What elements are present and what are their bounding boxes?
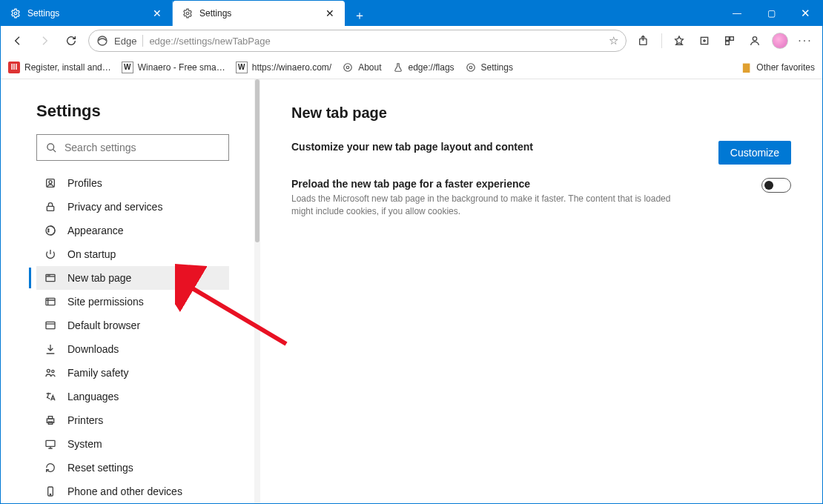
page-title: Settings: [36, 102, 242, 121]
close-icon[interactable]: ✕: [324, 7, 336, 19]
collections-icon[interactable]: [692, 29, 717, 53]
sidebar-item-label: Profiles: [67, 177, 102, 189]
toolbar-actions: ···: [631, 29, 818, 53]
svg-point-8: [753, 37, 756, 41]
other-favorites-label: Other favorites: [756, 62, 815, 73]
sidebar-scrollbar[interactable]: [254, 79, 260, 504]
preload-row: Preload the new tab page for a faster ex…: [291, 178, 791, 219]
extensions-icon[interactable]: [717, 29, 742, 53]
appearance-icon: [44, 224, 57, 237]
svg-rect-30: [46, 440, 55, 446]
sidebar-item-label: Printers: [67, 414, 103, 426]
svg-point-26: [52, 370, 54, 372]
sidebar-item-label: Appearance: [67, 225, 124, 236]
bookmark-label: edge://flags: [409, 62, 455, 73]
svg-point-13: [47, 143, 54, 150]
back-button[interactable]: [5, 29, 30, 53]
sidebar-item-printers[interactable]: Printers: [36, 408, 229, 432]
favorite-star-icon[interactable]: ☆: [609, 34, 618, 47]
phone-icon: [44, 485, 57, 498]
lock-icon: [44, 200, 57, 213]
profile-avatar[interactable]: [767, 29, 793, 53]
user-icon[interactable]: [742, 29, 767, 53]
svg-point-19: [48, 231, 49, 232]
edge-logo-icon: [96, 35, 108, 47]
other-favorites[interactable]: ▇Other favorites: [740, 62, 815, 73]
favorites-icon[interactable]: [667, 29, 692, 53]
address-bar[interactable]: Edge ☆: [88, 30, 627, 52]
gear-icon: [465, 62, 477, 73]
sidebar-item-system[interactable]: System: [36, 432, 229, 456]
browser-toolbar: Edge ☆ ···: [1, 26, 822, 56]
svg-point-9: [346, 66, 349, 69]
settings-content: Settings Profiles Privacy and services A…: [1, 79, 822, 504]
bookmark-label: https://winaero.com/: [252, 62, 331, 73]
svg-rect-16: [47, 206, 53, 210]
new-tab-button[interactable]: ＋: [349, 5, 370, 26]
bookmark-item[interactable]: Whttps://winaero.com/: [236, 62, 331, 73]
close-window-button[interactable]: ✕: [788, 1, 822, 26]
family-icon: [44, 366, 57, 379]
tab-settings-active[interactable]: Settings ✕: [173, 1, 345, 26]
search-input[interactable]: [65, 142, 219, 153]
download-icon: [44, 342, 57, 356]
bookmark-item[interactable]: About: [342, 62, 381, 73]
bookmark-item[interactable]: IIIRegister, install and…: [8, 62, 111, 73]
search-settings[interactable]: [36, 134, 229, 161]
printer-icon: [44, 414, 57, 427]
folder-icon: ▇: [740, 62, 752, 73]
bookmark-icon: III: [8, 62, 20, 73]
search-icon: [46, 142, 57, 153]
sidebar-item-reset[interactable]: Reset settings: [36, 456, 229, 480]
sidebar-item-languages[interactable]: Languages: [36, 385, 229, 408]
sidebar-item-downloads[interactable]: Downloads: [36, 337, 229, 361]
settings-sidebar: Settings Profiles Privacy and services A…: [1, 79, 260, 504]
permissions-icon: [44, 295, 57, 308]
sidebar-item-startup[interactable]: On startup: [36, 242, 229, 266]
svg-point-0: [14, 12, 17, 15]
tab-settings-inactive[interactable]: Settings ✕: [1, 1, 173, 26]
sidebar-item-profiles[interactable]: Profiles: [36, 171, 229, 195]
svg-rect-23: [46, 298, 55, 305]
share-icon[interactable]: [631, 29, 656, 53]
maximize-button[interactable]: ▢: [754, 1, 788, 26]
bookmark-item[interactable]: WWinaero - Free sma…: [122, 62, 225, 73]
minimize-button[interactable]: —: [720, 1, 754, 26]
svg-point-2: [98, 36, 107, 45]
sidebar-item-family-safety[interactable]: Family safety: [36, 361, 229, 385]
sidebar-item-appearance[interactable]: Appearance: [36, 219, 229, 242]
address-input[interactable]: [149, 36, 603, 47]
svg-rect-5: [726, 37, 730, 41]
newtab-icon: [44, 271, 57, 285]
svg-rect-28: [48, 417, 52, 419]
address-prefix: Edge: [114, 36, 136, 47]
settings-nav: Profiles Privacy and services Appearance…: [36, 171, 229, 503]
svg-point-11: [469, 66, 472, 69]
sidebar-item-label: System: [67, 438, 102, 450]
sidebar-item-label: Privacy and services: [67, 201, 162, 213]
svg-point-21: [47, 275, 48, 276]
bookmark-label: Register, install and…: [24, 62, 111, 73]
separator: [142, 35, 143, 47]
bookmark-label: About: [358, 62, 381, 73]
refresh-button[interactable]: [59, 29, 84, 53]
language-icon: [44, 390, 57, 403]
sidebar-item-label: New tab page: [67, 272, 131, 284]
sidebar-item-phone[interactable]: Phone and other devices: [36, 480, 229, 503]
close-icon[interactable]: ✕: [151, 7, 163, 19]
system-icon: [44, 437, 57, 451]
customize-button[interactable]: Customize: [718, 141, 791, 165]
forward-button[interactable]: [32, 29, 57, 53]
more-menu-icon[interactable]: ···: [793, 29, 818, 53]
sidebar-item-privacy[interactable]: Privacy and services: [36, 195, 229, 219]
sidebar-item-site-permissions[interactable]: Site permissions: [36, 290, 229, 314]
bookmark-item[interactable]: Settings: [465, 62, 513, 73]
sidebar-item-label: Default browser: [67, 319, 140, 331]
preload-toggle[interactable]: [761, 178, 791, 193]
bookmark-item[interactable]: edge://flags: [392, 62, 455, 73]
bookmarks-bar: IIIRegister, install and… WWinaero - Fre…: [1, 56, 822, 79]
sidebar-item-new-tab-page[interactable]: New tab page: [36, 266, 229, 290]
svg-point-1: [186, 12, 189, 15]
sidebar-item-default-browser[interactable]: Default browser: [36, 314, 229, 337]
scrollbar-thumb[interactable]: [255, 79, 260, 242]
